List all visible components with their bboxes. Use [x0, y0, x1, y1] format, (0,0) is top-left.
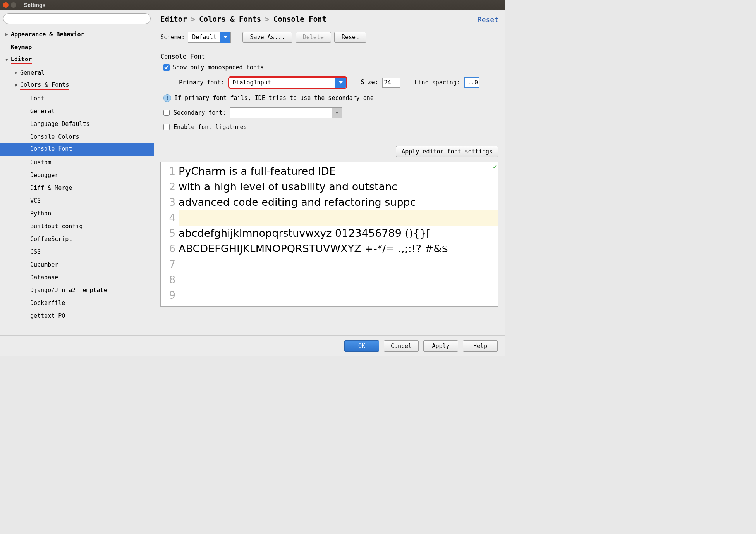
apply-editor-font-button[interactable]: Apply editor font settings [396, 146, 498, 157]
tree-editor[interactable]: ▼ Editor [0, 53, 154, 66]
cancel-button[interactable]: Cancel [384, 340, 419, 352]
settings-tree: ▶ Appearance & Behavior Keymap ▼ Editor … [0, 28, 154, 322]
chevron-down-icon: ▼ [5, 57, 11, 62]
scheme-label: Scheme: [160, 34, 185, 41]
dialog-footer: OK Cancel Apply Help [0, 335, 505, 356]
close-icon[interactable] [3, 2, 9, 8]
tree-item-custom[interactable]: Custom [0, 156, 154, 169]
tree-item-django[interactable]: Django/Jinja2 Template [0, 284, 154, 296]
show-monospaced-label: Show only monospaced fonts [173, 64, 264, 71]
tree-item-vcs[interactable]: VCS [0, 194, 154, 207]
tree-item-css[interactable]: CSS [0, 245, 154, 258]
chevron-right-icon: ▶ [5, 32, 11, 37]
tree-item-database[interactable]: Database [0, 271, 154, 284]
primary-font-select[interactable]: DialogInput [228, 76, 347, 89]
tree-item-general[interactable]: General [0, 105, 154, 117]
chevron-right-icon: ▶ [15, 70, 20, 75]
secondary-font-label: Secondary font: [174, 109, 226, 116]
reset-link[interactable]: Reset [478, 16, 498, 24]
tree-colors-fonts[interactable]: ▼ Colors & Fonts [0, 79, 154, 92]
tree-item-coffeescript[interactable]: CoffeeScript [0, 233, 154, 245]
dropdown-icon [332, 108, 342, 118]
tree-item-diff-merge[interactable]: Diff & Merge [0, 181, 154, 194]
tree-item-font[interactable]: Font [0, 92, 154, 105]
ok-button[interactable]: OK [344, 340, 379, 352]
breadcrumb-colors[interactable]: Colors & Fonts [199, 15, 261, 23]
font-preview: ✔ 12345678910 PyCharm is a full-featured… [160, 162, 498, 307]
delete-button: Delete [296, 32, 331, 43]
breadcrumb-console-font: Console Font [273, 15, 326, 23]
secondary-font-checkbox[interactable] [163, 110, 170, 116]
tree-item-console-colors[interactable]: Console Colors [0, 130, 154, 143]
breadcrumb-editor[interactable]: Editor [160, 15, 187, 23]
chevron-down-icon: ▼ [15, 83, 20, 88]
check-icon: ✔ [493, 164, 497, 170]
tree-appearance[interactable]: ▶ Appearance & Behavior [0, 28, 154, 41]
tree-item-language-defaults[interactable]: Language Defaults [0, 117, 154, 130]
size-label: Size: [361, 79, 378, 86]
preview-code[interactable]: PyCharm is a full-featured IDE with a hi… [179, 162, 498, 306]
titlebar: Settings [0, 0, 505, 10]
apply-button[interactable]: Apply [423, 340, 458, 352]
info-text: If primary font fails, IDE tries to use … [174, 95, 374, 102]
tree-item-cucumber[interactable]: Cucumber [0, 258, 154, 271]
section-console-font: Console Font [160, 53, 498, 60]
help-button[interactable]: Help [463, 340, 498, 352]
primary-font-label: Primary font: [179, 79, 224, 86]
tree-item-buildout[interactable]: Buildout config [0, 220, 154, 233]
gutter: 12345678910 [161, 162, 179, 306]
tree-item-python[interactable]: Python [0, 207, 154, 220]
dropdown-icon [335, 78, 346, 88]
show-monospaced-checkbox[interactable] [163, 64, 170, 71]
reset-button[interactable]: Reset [334, 32, 366, 43]
info-icon: ! [163, 94, 171, 102]
chevron-right-icon: > [191, 15, 195, 23]
window-title: Settings [24, 2, 45, 8]
tree-item-console-font[interactable]: Console Font [0, 143, 154, 156]
main-panel: Editor > Colors & Fonts > Console Font R… [154, 10, 505, 335]
search-input[interactable] [3, 13, 151, 24]
ligatures-checkbox[interactable] [163, 124, 170, 130]
chevron-right-icon: > [265, 15, 269, 23]
breadcrumb: Editor > Colors & Fonts > Console Font [160, 15, 498, 23]
tree-item-gettext[interactable]: gettext PO [0, 309, 154, 322]
ligatures-label: Enable font ligatures [174, 124, 247, 131]
tree-keymap[interactable]: Keymap [0, 41, 154, 53]
scheme-select[interactable]: Default [188, 32, 231, 43]
save-as-button[interactable]: Save As... [242, 32, 292, 43]
settings-sidebar: 🔍 ▶ Appearance & Behavior Keymap ▼ Edito… [0, 10, 154, 335]
tree-item-debugger[interactable]: Debugger [0, 169, 154, 181]
minimize-icon[interactable] [11, 2, 16, 8]
tree-general[interactable]: ▶ General [0, 66, 154, 79]
line-spacing-input[interactable] [464, 77, 479, 88]
line-spacing-label: Line spacing: [415, 79, 460, 86]
tree-item-dockerfile[interactable]: Dockerfile [0, 296, 154, 309]
dropdown-icon [220, 32, 230, 43]
secondary-font-select[interactable] [230, 107, 342, 118]
size-input[interactable] [382, 78, 400, 88]
